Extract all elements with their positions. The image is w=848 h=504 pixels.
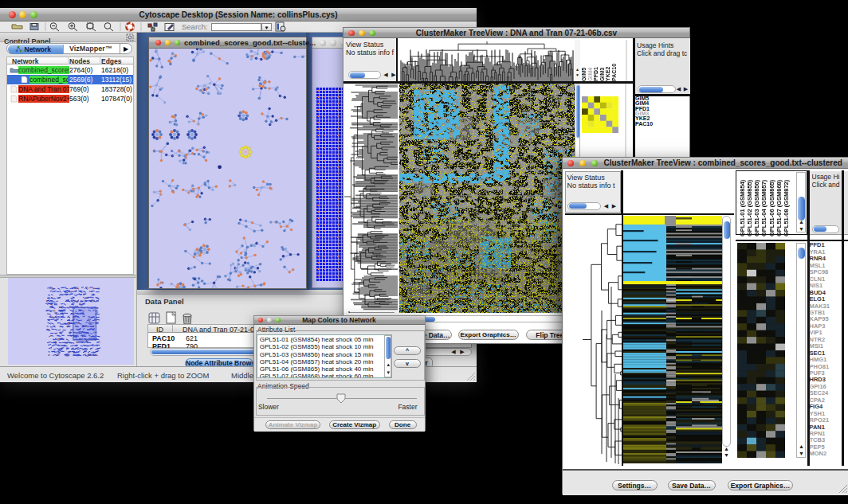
svg-text:Search:: Search: xyxy=(182,22,208,31)
